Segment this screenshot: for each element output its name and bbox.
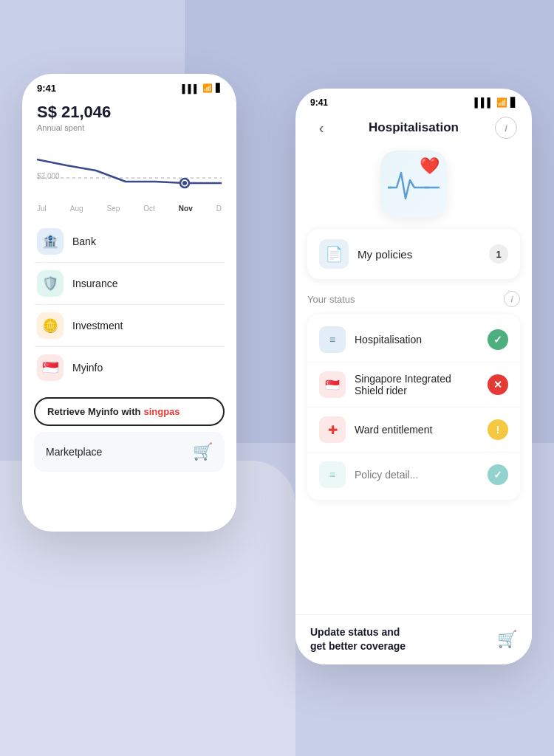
menu-item-investment[interactable]: 🪙 Investment: [34, 305, 225, 347]
battery-icon: ▋: [216, 83, 222, 93]
investment-icon: 🪙: [42, 317, 58, 334]
month-jul: Jul: [37, 205, 47, 213]
singpass-brand: singpas: [143, 406, 179, 417]
left-header: S$ 21,046 Annual spent: [22, 97, 236, 141]
ward-row-label: Ward entitlement: [355, 424, 479, 436]
chart-months: Jul Aug Sep Oct Nov D: [37, 205, 222, 213]
bank-label: Bank: [72, 236, 96, 247]
marketplace-card[interactable]: Marketplace 🛒: [34, 432, 225, 472]
policies-card[interactable]: 📄 My policies 1: [307, 229, 520, 279]
status-info-icon: i: [511, 295, 513, 303]
basket-icon: 🛒: [193, 442, 213, 461]
singpass-prefix: Retrieve Myinfo with: [47, 406, 140, 417]
ward-indicator: !: [488, 419, 508, 440]
policy-icon: ≡: [329, 469, 335, 481]
phone-left: 9:41 ▌▌▌ 📶 ▋ S$ 21,046 Annual spent $2,0…: [22, 74, 236, 532]
amount-label: Annual spent: [37, 123, 222, 132]
sg-flag-icon: 🇸🇬: [325, 378, 340, 392]
investment-label: Investment: [72, 320, 123, 331]
bottom-bar[interactable]: Update status and get better coverage 🛒: [295, 614, 532, 664]
right-battery-icon: ▋: [510, 97, 517, 108]
status-section: Your status i ≡ Hospitalisation ✓ 🇸🇬 Sin…: [295, 291, 532, 500]
phone-right: 9:41 ▌▌▌ 📶 ▋ ‹ Hospitalisation i ❤️: [295, 89, 532, 664]
month-aug: Aug: [70, 205, 83, 213]
line-chart: [37, 141, 222, 200]
myinfo-label: Myinfo: [72, 362, 103, 374]
policies-label: My policies: [358, 248, 480, 261]
wifi-icon: 📶: [202, 83, 213, 93]
doc-icon: ≡: [329, 334, 335, 346]
menu-item-insurance[interactable]: 🛡️ Insurance: [34, 263, 225, 305]
nav-info-icon: i: [505, 123, 507, 134]
shield-row-label: Singapore Integrated Shield rider: [355, 373, 479, 396]
status-row-policy[interactable]: ≡ Policy detail... ✓: [307, 453, 520, 497]
nav-info-button[interactable]: i: [495, 117, 517, 139]
month-oct: Oct: [143, 205, 155, 213]
month-dec: D: [216, 205, 222, 213]
status-info-button[interactable]: i: [504, 291, 520, 307]
bottom-line1: Update status and: [310, 625, 406, 640]
left-status-icons: ▌▌▌ 📶 ▋: [182, 83, 222, 93]
status-row-ward[interactable]: ✚ Ward entitlement !: [307, 408, 520, 453]
singpass-button[interactable]: Retrieve Myinfo with singpas: [34, 397, 225, 426]
right-status-bar: 9:41 ▌▌▌ 📶 ▋: [295, 89, 532, 111]
hero-icon-box: ❤️: [380, 151, 447, 217]
document-icon: 📄: [325, 245, 343, 263]
left-time: 9:41: [37, 83, 56, 94]
chart-area: $2,000 Jul Aug Sep Oct Nov D: [22, 141, 236, 215]
status-row-shield[interactable]: 🇸🇬 Singapore Integrated Shield rider ✕: [307, 362, 520, 408]
bottom-line2: get better coverage: [310, 639, 406, 654]
status-title: Your status: [307, 294, 355, 305]
policies-count: 1: [489, 244, 508, 264]
policy-indicator: ✓: [488, 464, 508, 485]
ward-row-icon: ✚: [319, 416, 346, 443]
right-signal-icon: ▌▌▌: [474, 97, 493, 108]
page-title: Hospitalisation: [369, 120, 459, 135]
cart-icon: 🛒: [497, 630, 517, 649]
bank-icon: 🏦: [42, 233, 58, 250]
heart-icon: ❤️: [420, 157, 440, 176]
insurance-label: Insurance: [72, 278, 117, 289]
medical-cross-icon: ✚: [328, 423, 338, 437]
status-row-hospitalisation[interactable]: ≡ Hospitalisation ✓: [307, 317, 520, 362]
myinfo-icon: 🇸🇬: [42, 360, 58, 376]
right-time: 9:41: [310, 97, 328, 108]
hero-icon-section: ❤️: [295, 151, 532, 217]
insurance-icon-wrap: 🛡️: [37, 270, 64, 297]
svg-point-2: [182, 181, 187, 185]
month-nov: Nov: [179, 205, 193, 213]
hospitalisation-row-label: Hospitalisation: [355, 334, 479, 346]
bank-icon-wrap: 🏦: [37, 228, 64, 255]
marketplace-label: Marketplace: [46, 446, 102, 458]
shield-indicator: ✕: [488, 374, 508, 395]
left-status-bar: 9:41 ▌▌▌ 📶 ▋: [22, 74, 236, 97]
bottom-bar-text: Update status and get better coverage: [310, 625, 406, 654]
policies-icon: 📄: [319, 239, 349, 269]
right-wifi-icon: 📶: [496, 97, 507, 108]
nav-bar: ‹ Hospitalisation i: [295, 111, 532, 148]
policy-row-label: Policy detail...: [355, 469, 479, 481]
hospitalisation-indicator: ✓: [488, 329, 508, 350]
chart-label-2000: $2,000: [37, 172, 60, 180]
total-amount: S$ 21,046: [37, 103, 222, 122]
investment-icon-wrap: 🪙: [37, 312, 64, 339]
right-status-icons: ▌▌▌ 📶 ▋: [474, 97, 517, 108]
month-sep: Sep: [107, 205, 120, 213]
hospitalisation-row-icon: ≡: [319, 326, 346, 353]
myinfo-icon-wrap: 🇸🇬: [37, 354, 64, 381]
menu-items: 🏦 Bank 🛡️ Insurance 🪙 Investment 🇸🇬 Myin…: [22, 215, 236, 394]
policy-row-icon: ≡: [319, 461, 346, 488]
signal-icon: ▌▌▌: [182, 84, 199, 93]
menu-item-bank[interactable]: 🏦 Bank: [34, 221, 225, 263]
status-card: ≡ Hospitalisation ✓ 🇸🇬 Singapore Integra…: [307, 315, 520, 500]
status-header: Your status i: [307, 291, 520, 307]
menu-item-myinfo[interactable]: 🇸🇬 Myinfo: [34, 347, 225, 388]
insurance-icon: 🛡️: [42, 275, 58, 292]
shield-row-icon: 🇸🇬: [319, 371, 346, 398]
back-button[interactable]: ‹: [310, 117, 332, 139]
